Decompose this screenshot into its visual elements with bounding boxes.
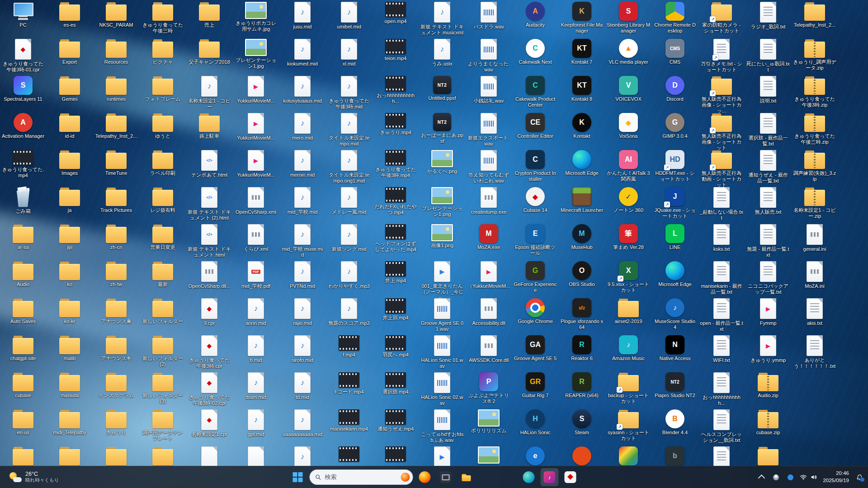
- desktop-icon[interactable]: ◆9.cpr: [187, 297, 231, 326]
- desktop-icon[interactable]: NT2おーばーまにあ.ppsf: [420, 112, 464, 144]
- desktop-icon[interactable]: こってゅhdすおfdsbふあ.wav: [420, 408, 464, 443]
- desktop-icon[interactable]: ♪: [280, 446, 325, 469]
- desktop-icon[interactable]: VVOICEVOX: [606, 75, 651, 102]
- desktop-icon[interactable]: RReaktor 6: [560, 334, 604, 361]
- desktop-icon[interactable]: MoZA.ini: [793, 260, 837, 289]
- desktop-icon[interactable]: 名称未設定1 - コピー.zip: [793, 186, 837, 219]
- desktop-icon[interactable]: ◆きゅうり食ってた午後3時-02.cpr: [187, 371, 231, 406]
- desktop-icon[interactable]: ポリリリリズム: [467, 408, 511, 434]
- desktop-icon[interactable]: HALion Sonic 01.wav: [420, 334, 464, 369]
- notification-button[interactable]: [853, 469, 866, 485]
- desktop-icon[interactable]: 小銭詰礼.wav: [467, 75, 511, 104]
- desktop-icon[interactable]: GGeForce Experience: [513, 260, 557, 293]
- desktop-icon[interactable]: [699, 446, 744, 469]
- desktop-icon[interactable]: [606, 446, 651, 467]
- desktop-icon[interactable]: Export: [47, 38, 92, 65]
- desktop-icon[interactable]: ニコニコバックアップ一覧.txt: [746, 260, 790, 295]
- desktop-icon[interactable]: MMoZA.exe: [467, 223, 511, 250]
- taskbar-app-explorer[interactable]: [458, 468, 476, 486]
- desktop-icon[interactable]: 羽尻へ.mp4: [373, 334, 418, 358]
- desktop-icon[interactable]: HALion Sonic 02.wav: [420, 371, 464, 406]
- taskbar-app-window[interactable]: [437, 468, 455, 486]
- desktop-icon[interactable]: NT2Piapro Studio NT2: [653, 371, 697, 399]
- desktop-icon[interactable]: 選択肢 - 親作品一覧.txt: [746, 112, 790, 147]
- desktop-icon[interactable]: ♪Amazon Music: [606, 334, 651, 361]
- desktop-icon[interactable]: ♪kiokumed.mid: [280, 38, 325, 67]
- desktop-icon[interactable]: ♪mid_学校.mid: [280, 186, 325, 215]
- desktop-icon[interactable]: ♪rajio.mid: [280, 297, 325, 326]
- desktop-icon[interactable]: ko: [47, 260, 92, 287]
- desktop-icon[interactable]: きゅうりボカコレ用サムネ.jpg: [234, 1, 278, 32]
- desktop-icon[interactable]: AActivation Manager: [1, 112, 45, 139]
- desktop-icon[interactable]: ◆きゅうり食ってた午後3時.cpr: [187, 334, 231, 369]
- desktop-icon[interactable]: くらび.xml: [234, 223, 278, 252]
- tray-overflow-button[interactable]: [755, 469, 768, 485]
- desktop-icon[interactable]: ♪meroin.mid: [280, 149, 325, 178]
- desktop-icon[interactable]: ♪gpt.mid: [234, 408, 278, 437]
- desktop-icon[interactable]: ♪aorin.mid: [234, 297, 278, 326]
- desktop-icon[interactable]: J↗JQuake.exe - ショートカット: [653, 186, 697, 219]
- desktop-icon[interactable]: ♪umibet.mid: [327, 1, 371, 30]
- desktop-icon[interactable]: かるくへ.png: [420, 149, 464, 174]
- desktop-icon[interactable]: ヘルスコンプレッション__歌詞.txt: [699, 408, 744, 443]
- desktop-icon[interactable]: ↗syasinn - ショートカット: [606, 408, 651, 441]
- tray-app-button-2[interactable]: [783, 469, 797, 485]
- desktop-icon[interactable]: ラジオ_歌詞.txt: [746, 1, 790, 30]
- desktop-icon[interactable]: Resources: [94, 38, 138, 65]
- desktop-icon[interactable]: manisekarin - 親作品一覧.txt: [699, 260, 744, 295]
- desktop-icon[interactable]: きゅうり食ってた.mp4: [1, 149, 45, 178]
- taskbar-app-cubase[interactable]: ◆: [561, 468, 580, 486]
- desktop-icon[interactable]: 新しいフォルダー (2): [141, 334, 185, 367]
- desktop-icon[interactable]: よりうまくなった.wav: [467, 38, 511, 73]
- desktop-icon[interactable]: ♪xl.mid: [327, 38, 371, 67]
- desktop-icon[interactable]: ▶Fymmp: [746, 297, 790, 326]
- desktop-icon[interactable]: KTKontakt 7: [560, 38, 604, 65]
- desktop-icon[interactable]: きゅうり_調声用データ.zip: [793, 38, 837, 71]
- desktop-icon[interactable]: HHALion Sonic: [513, 408, 557, 436]
- desktop-icon[interactable]: ♪タイトル未設定.tempo.mid: [327, 112, 371, 147]
- desktop-icon[interactable]: おっhhhhhhhhhhh...: [373, 75, 418, 104]
- desktop-icon[interactable]: manisekarin.mp4: [327, 408, 371, 432]
- desktop-icon[interactable]: 調声用データテンプレート: [141, 408, 185, 441]
- desktop-icon[interactable]: Google Chrome: [513, 297, 557, 324]
- desktop-icon[interactable]: ksks.txt: [699, 223, 744, 252]
- desktop-icon[interactable]: GRGuitar Rig 7: [513, 371, 557, 399]
- desktop-icon[interactable]: Auto Saves: [1, 297, 45, 324]
- desktop-icon[interactable]: 筆筆まめ Ver.28: [606, 223, 651, 250]
- desktop-icon[interactable]: open - 親作品一覧.txt: [699, 297, 744, 332]
- desktop-icon[interactable]: PC: [1, 1, 45, 28]
- desktop-icon[interactable]: ◆Cubase 14: [513, 186, 557, 213]
- desktop-icon[interactable]: プレゼンテーション1.jpg: [234, 38, 278, 69]
- desktop-icon[interactable]: Accessibility.dll: [467, 297, 511, 326]
- desktop-icon[interactable]: Telepathy_Inst_2...: [94, 112, 138, 139]
- desktop-icon[interactable]: ♪MuseScore Studio 4: [653, 297, 697, 330]
- desktop-icon[interactable]: GAGroove Agent SE 5: [513, 334, 557, 361]
- desktop-icon[interactable]: 死にたい_ゅ歌詞.txt: [746, 38, 790, 73]
- desktop-icon[interactable]: AWSSDK.Core.dll: [467, 334, 511, 363]
- desktop-icon[interactable]: akis.txt: [793, 297, 837, 326]
- desktop-icon[interactable]: アナウンス夏: [94, 297, 138, 324]
- desktop-icon[interactable]: ピクチャ: [141, 38, 185, 65]
- desktop-icon[interactable]: open.mp4: [373, 1, 418, 24]
- desktop-icon[interactable]: インスタグラム: [94, 371, 138, 399]
- desktop-icon[interactable]: 井上別.mp4: [373, 297, 418, 321]
- desktop-icon[interactable]: SSteam: [560, 408, 604, 436]
- desktop-icon[interactable]: ↗backup - ショートカット: [606, 371, 651, 404]
- desktop-icon[interactable]: </>テンポあて.html: [187, 149, 231, 178]
- desktop-icon[interactable]: 説明.txt: [746, 75, 790, 104]
- desktop-icon[interactable]: Pぷよぷよ™テトリス® 2: [467, 371, 511, 404]
- start-button[interactable]: [289, 468, 307, 486]
- desktop-icon[interactable]: 父子キャンプ2018: [187, 38, 231, 65]
- desktop-icon[interactable]: OpenCvSharp.xml: [234, 186, 278, 215]
- desktop-icon[interactable]: だれだFXいれたやつ.mp4: [373, 186, 418, 216]
- desktop-icon[interactable]: zh-cn: [94, 223, 138, 250]
- desktop-icon[interactable]: ♪mero.mid: [280, 112, 325, 141]
- desktop-icon[interactable]: Microsoft Edge: [560, 149, 604, 176]
- desktop-icon[interactable]: ↗無人販売不正行為動画 - ショートカット: [699, 149, 744, 188]
- clock-button[interactable]: 20:46 2025/09/19: [820, 468, 852, 486]
- desktop-icon[interactable]: おっhhhhhhhhhhh...: [699, 371, 744, 406]
- desktop-icon[interactable]: Minecraft Launcher: [560, 186, 604, 213]
- desktop-icon[interactable]: ♪うみ.ustx: [420, 38, 464, 67]
- desktop-icon[interactable]: ゆうと: [141, 112, 185, 139]
- desktop-icon[interactable]: en-us: [1, 408, 45, 436]
